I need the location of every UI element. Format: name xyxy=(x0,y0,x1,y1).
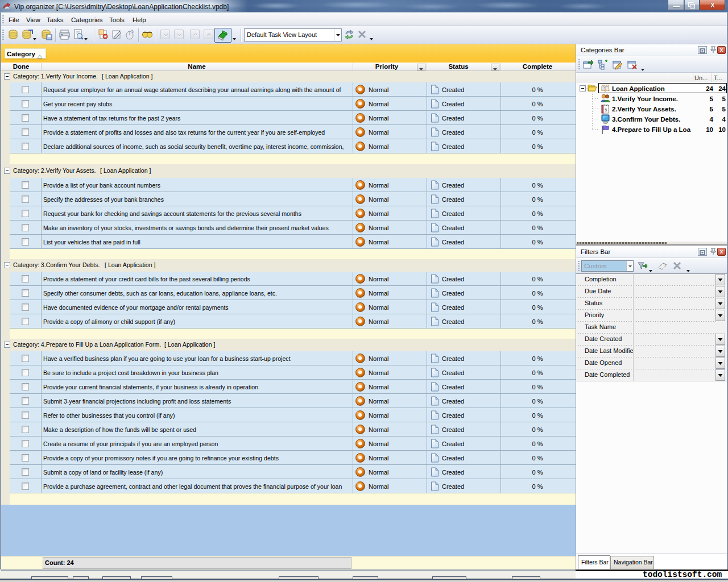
svg-text:5: 5 xyxy=(605,107,607,113)
